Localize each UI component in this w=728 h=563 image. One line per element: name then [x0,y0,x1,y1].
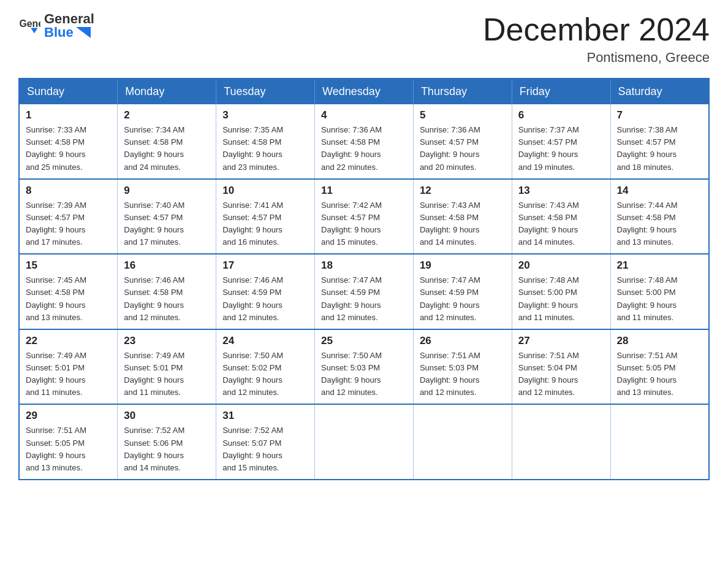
calendar-cell: 30 Sunrise: 7:52 AM Sunset: 5:06 PM Dayl… [118,404,216,480]
day-number: 25 [321,335,407,347]
day-info: Sunrise: 7:42 AM Sunset: 4:57 PM Dayligh… [321,199,407,249]
day-number: 31 [222,410,308,422]
calendar-cell: 11 Sunrise: 7:42 AM Sunset: 4:57 PM Dayl… [315,179,414,255]
calendar-cell: 4 Sunrise: 7:36 AM Sunset: 4:58 PM Dayli… [315,104,414,179]
day-number: 23 [124,335,210,347]
day-info: Sunrise: 7:35 AM Sunset: 4:58 PM Dayligh… [222,124,308,174]
calendar-cell: 5 Sunrise: 7:36 AM Sunset: 4:57 PM Dayli… [413,104,512,179]
day-number: 18 [321,259,407,272]
day-info: Sunrise: 7:49 AM Sunset: 5:01 PM Dayligh… [26,350,111,399]
day-number: 21 [617,259,702,272]
day-info: Sunrise: 7:39 AM Sunset: 4:57 PM Dayligh… [26,199,111,249]
calendar-cell: 12 Sunrise: 7:43 AM Sunset: 4:58 PM Dayl… [413,179,512,255]
day-info: Sunrise: 7:52 AM Sunset: 5:07 PM Dayligh… [222,424,308,474]
weekday-header-saturday: Saturday [610,79,709,104]
day-info: Sunrise: 7:49 AM Sunset: 5:01 PM Dayligh… [124,350,210,399]
day-number: 12 [420,185,506,197]
day-number: 11 [321,185,407,197]
day-info: Sunrise: 7:48 AM Sunset: 5:00 PM Dayligh… [617,274,702,324]
page-header: General General Blue December 2024 Ponti… [18,12,710,66]
calendar-table: SundayMondayTuesdayWednesdayThursdayFrid… [18,78,710,480]
calendar-cell: 27 Sunrise: 7:51 AM Sunset: 5:04 PM Dayl… [512,329,610,405]
day-number: 5 [420,109,506,121]
day-info: Sunrise: 7:51 AM Sunset: 5:04 PM Dayligh… [518,350,604,399]
calendar-cell: 31 Sunrise: 7:52 AM Sunset: 5:07 PM Dayl… [216,404,315,480]
day-number: 8 [26,185,111,197]
day-number: 3 [222,109,308,121]
weekday-header-wednesday: Wednesday [315,79,414,104]
calendar-cell: 8 Sunrise: 7:39 AM Sunset: 4:57 PM Dayli… [19,179,118,255]
calendar-cell: 14 Sunrise: 7:44 AM Sunset: 4:58 PM Dayl… [610,179,709,255]
calendar-cell: 20 Sunrise: 7:48 AM Sunset: 5:00 PM Dayl… [512,254,610,329]
day-info: Sunrise: 7:50 AM Sunset: 5:03 PM Dayligh… [321,350,407,399]
day-number: 6 [518,109,604,121]
calendar-week-row: 22 Sunrise: 7:49 AM Sunset: 5:01 PM Dayl… [19,329,709,405]
calendar-cell: 19 Sunrise: 7:47 AM Sunset: 4:59 PM Dayl… [413,254,512,329]
calendar-cell: 2 Sunrise: 7:34 AM Sunset: 4:58 PM Dayli… [118,104,216,179]
day-info: Sunrise: 7:52 AM Sunset: 5:06 PM Dayligh… [124,424,210,474]
logo-icon: General [18,15,40,37]
day-number: 15 [26,259,111,272]
day-info: Sunrise: 7:51 AM Sunset: 5:05 PM Dayligh… [26,424,111,474]
calendar-week-row: 8 Sunrise: 7:39 AM Sunset: 4:57 PM Dayli… [19,179,709,255]
day-number: 2 [124,109,210,121]
day-number: 10 [222,185,308,197]
day-number: 7 [617,109,702,121]
day-number: 17 [222,259,308,272]
month-title: December 2024 [483,12,710,47]
day-info: Sunrise: 7:43 AM Sunset: 4:58 PM Dayligh… [420,199,506,249]
day-info: Sunrise: 7:36 AM Sunset: 4:57 PM Dayligh… [420,124,506,174]
calendar-week-row: 15 Sunrise: 7:45 AM Sunset: 4:58 PM Dayl… [19,254,709,329]
logo-text-general: General [44,12,94,26]
calendar-week-row: 1 Sunrise: 7:33 AM Sunset: 4:58 PM Dayli… [19,104,709,179]
logo-text-blue: Blue [44,26,94,39]
day-number: 29 [26,410,111,422]
day-info: Sunrise: 7:41 AM Sunset: 4:57 PM Dayligh… [222,199,308,249]
calendar-week-row: 29 Sunrise: 7:51 AM Sunset: 5:05 PM Dayl… [19,404,709,480]
calendar-cell: 13 Sunrise: 7:43 AM Sunset: 4:58 PM Dayl… [512,179,610,255]
calendar-cell [512,404,610,480]
day-number: 20 [518,259,604,272]
day-number: 14 [617,185,702,197]
day-info: Sunrise: 7:33 AM Sunset: 4:58 PM Dayligh… [26,124,111,174]
day-number: 27 [518,335,604,347]
calendar-cell: 21 Sunrise: 7:48 AM Sunset: 5:00 PM Dayl… [610,254,709,329]
day-info: Sunrise: 7:37 AM Sunset: 4:57 PM Dayligh… [518,124,604,174]
calendar-cell: 6 Sunrise: 7:37 AM Sunset: 4:57 PM Dayli… [512,104,610,179]
day-info: Sunrise: 7:51 AM Sunset: 5:05 PM Dayligh… [617,350,702,399]
day-number: 22 [26,335,111,347]
day-number: 16 [124,259,210,272]
weekday-header-sunday: Sunday [19,79,118,104]
calendar-cell: 22 Sunrise: 7:49 AM Sunset: 5:01 PM Dayl… [19,329,118,405]
calendar-cell: 10 Sunrise: 7:41 AM Sunset: 4:57 PM Dayl… [216,179,315,255]
day-info: Sunrise: 7:46 AM Sunset: 4:59 PM Dayligh… [222,274,308,324]
location-label: Pontismeno, Greece [483,50,710,66]
calendar-cell: 25 Sunrise: 7:50 AM Sunset: 5:03 PM Dayl… [315,329,414,405]
day-number: 9 [124,185,210,197]
title-section: December 2024 Pontismeno, Greece [483,12,710,66]
weekday-header-thursday: Thursday [413,79,512,104]
weekday-header-friday: Friday [512,79,610,104]
calendar-cell: 23 Sunrise: 7:49 AM Sunset: 5:01 PM Dayl… [118,329,216,405]
day-info: Sunrise: 7:43 AM Sunset: 4:58 PM Dayligh… [518,199,604,249]
day-info: Sunrise: 7:40 AM Sunset: 4:57 PM Dayligh… [124,199,210,249]
calendar-cell: 15 Sunrise: 7:45 AM Sunset: 4:58 PM Dayl… [19,254,118,329]
calendar-cell: 28 Sunrise: 7:51 AM Sunset: 5:05 PM Dayl… [610,329,709,405]
weekday-header-monday: Monday [118,79,216,104]
calendar-cell [610,404,709,480]
day-number: 19 [420,259,506,272]
day-info: Sunrise: 7:51 AM Sunset: 5:03 PM Dayligh… [420,350,506,399]
calendar-cell: 9 Sunrise: 7:40 AM Sunset: 4:57 PM Dayli… [118,179,216,255]
day-number: 13 [518,185,604,197]
day-info: Sunrise: 7:38 AM Sunset: 4:57 PM Dayligh… [617,124,702,174]
calendar-cell: 16 Sunrise: 7:46 AM Sunset: 4:58 PM Dayl… [118,254,216,329]
day-number: 30 [124,410,210,422]
day-info: Sunrise: 7:50 AM Sunset: 5:02 PM Dayligh… [222,350,308,399]
day-number: 26 [420,335,506,347]
calendar-cell: 18 Sunrise: 7:47 AM Sunset: 4:59 PM Dayl… [315,254,414,329]
day-info: Sunrise: 7:36 AM Sunset: 4:58 PM Dayligh… [321,124,407,174]
day-info: Sunrise: 7:44 AM Sunset: 4:58 PM Dayligh… [617,199,702,249]
calendar-cell: 17 Sunrise: 7:46 AM Sunset: 4:59 PM Dayl… [216,254,315,329]
day-number: 24 [222,335,308,347]
day-number: 4 [321,109,407,121]
